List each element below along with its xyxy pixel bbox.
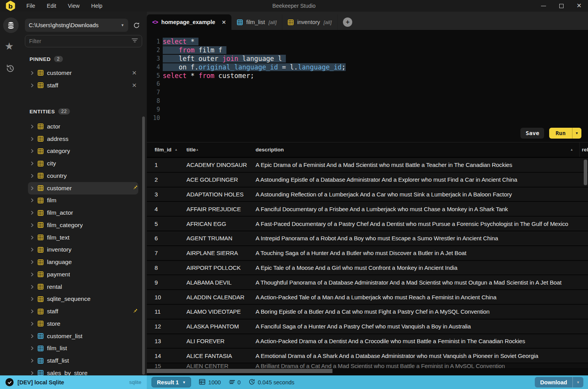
cell-film-id[interactable]: 10 <box>147 294 180 300</box>
cell-film-id[interactable]: 6 <box>147 235 180 241</box>
chevron-right-icon[interactable] <box>30 334 34 338</box>
cell-title[interactable]: AFFAIR PREJUDICE <box>180 206 252 212</box>
chevron-right-icon[interactable] <box>30 149 34 153</box>
cell-description[interactable]: A Astounding Reflection of a Lumberjack … <box>252 191 579 198</box>
cell-title[interactable]: AGENT TRUMAN <box>180 235 252 241</box>
table-row[interactable]: 13ALI FOREVERA Action-Packed Drama of a … <box>147 334 588 349</box>
sidebar-item-film_category[interactable]: film_category <box>28 219 138 231</box>
cell-film-id[interactable]: 13 <box>147 338 180 344</box>
minimize-button[interactable] <box>534 0 552 12</box>
sidebar-item-country[interactable]: country <box>28 170 138 182</box>
sidebar-item-sales_by_store[interactable]: sales_by_store <box>28 367 138 375</box>
sidebar-item-payment[interactable]: payment <box>28 268 138 281</box>
chevron-right-icon[interactable] <box>30 211 34 215</box>
table-row[interactable]: 15ALIEN CENTERA Brilliant Drama of a Cat… <box>147 363 588 368</box>
pin-icon[interactable] <box>132 308 138 315</box>
pin-icon[interactable] <box>132 184 138 192</box>
cell-description[interactable]: A Intrepid Panorama of a Robot And a Boy… <box>252 235 579 241</box>
cell-title[interactable]: ALAMO VIDEOTAPE <box>180 308 252 315</box>
sidebar-item-sqlite_sequence[interactable]: sqlite_sequence <box>28 293 138 306</box>
sidebar-item-film_text[interactable]: film_text <box>28 231 138 244</box>
run-button[interactable]: Run ▼ <box>549 128 581 139</box>
sidebar-item-customer[interactable]: customer✕ <box>28 67 138 79</box>
sidebar-item-customer[interactable]: customer <box>28 182 138 194</box>
unpin-close-icon[interactable]: ✕ <box>130 82 138 89</box>
cell-film-id[interactable]: 7 <box>147 250 180 256</box>
chevron-right-icon[interactable] <box>30 137 34 141</box>
maximize-button[interactable] <box>552 0 570 12</box>
menu-file[interactable]: File <box>22 1 40 10</box>
cell-title[interactable]: ALASKA PHANTOM <box>180 323 252 330</box>
sidebar-item-staff_list[interactable]: staff_list <box>28 354 138 367</box>
sidebar-item-film[interactable]: film <box>28 194 138 207</box>
cell-title[interactable]: ALADDIN CALENDAR <box>180 294 252 300</box>
cell-description[interactable]: A Action-Packed Tale of a Man And a Lumb… <box>252 294 579 300</box>
column-header-description[interactable]: description▲ <box>252 142 579 157</box>
cell-title[interactable]: ADAPTATION HOLES <box>180 191 252 198</box>
sidebar-item-customer_list[interactable]: customer_list <box>28 330 138 342</box>
results-horizontal-scrollbar[interactable] <box>147 369 332 373</box>
sidebar-item-staff[interactable]: staff✕ <box>28 79 138 92</box>
cell-title[interactable]: ACE GOLDFINGER <box>180 176 252 183</box>
table-row[interactable]: 1ACADEMY DINOSAURA Epic Drama of a Femin… <box>147 158 588 173</box>
tab-inventory[interactable]: inventory[all] <box>282 14 337 30</box>
cell-title[interactable]: ALABAMA DEVIL <box>180 279 252 286</box>
cell-title[interactable]: ALICE FANTASIA <box>180 353 252 359</box>
sql-editor[interactable]: 12345678910 select * from film f left ou… <box>147 30 588 142</box>
run-dropdown-caret[interactable]: ▼ <box>572 128 581 139</box>
new-tab-button[interactable]: + <box>343 17 352 27</box>
chevron-right-icon[interactable] <box>30 125 34 129</box>
chevron-right-icon[interactable] <box>30 248 34 252</box>
sidebar-item-actor[interactable]: actor <box>28 120 138 133</box>
table-row[interactable]: 3ADAPTATION HOLESA Astounding Reflection… <box>147 188 588 202</box>
cell-film-id[interactable]: 8 <box>147 264 180 271</box>
column-header-title[interactable]: title▲ <box>180 142 252 157</box>
chevron-right-icon[interactable] <box>30 260 34 264</box>
cell-film-id[interactable]: 12 <box>147 323 180 330</box>
table-row[interactable]: 12ALASKA PHANTOMA Fanciful Saga of a Hun… <box>147 320 588 334</box>
chevron-right-icon[interactable] <box>30 309 34 313</box>
cell-title[interactable]: AFRICAN EGG <box>180 221 252 227</box>
cell-description[interactable]: A Boring Epistle of a Butler And a Cat w… <box>252 308 579 315</box>
cell-description[interactable]: A Epic Tale of a Moose And a Girl who mu… <box>252 264 579 271</box>
table-row[interactable]: 14ALICE FANTASIAA Emotional Drama of a A… <box>147 349 588 363</box>
chevron-right-icon[interactable] <box>30 83 34 87</box>
chevron-right-icon[interactable] <box>30 174 34 178</box>
table-row[interactable]: 6AGENT TRUMANA Intrepid Panorama of a Ro… <box>147 231 588 246</box>
chevron-right-icon[interactable] <box>30 273 34 276</box>
cell-film-id[interactable]: 2 <box>147 176 180 183</box>
tab-film_list[interactable]: film_list[all] <box>231 14 282 30</box>
cell-film-id[interactable]: 9 <box>147 279 180 286</box>
chevron-right-icon[interactable] <box>30 71 34 75</box>
cell-description[interactable]: A Fast-Paced Documentary of a Pastry Che… <box>252 221 579 227</box>
table-row[interactable]: 2ACE GOLDFINGERA Astounding Epistle of a… <box>147 173 588 188</box>
save-button[interactable]: Save <box>520 128 544 139</box>
chevron-right-icon[interactable] <box>30 359 34 363</box>
sidebar-item-address[interactable]: address <box>28 133 138 145</box>
cell-film-id[interactable]: 1 <box>147 162 180 168</box>
close-tab-icon[interactable]: ✕ <box>222 19 226 25</box>
refresh-button[interactable] <box>130 19 142 31</box>
download-button[interactable]: Download ▼ <box>535 377 583 387</box>
menu-help[interactable]: Help <box>87 1 107 10</box>
chevron-right-icon[interactable] <box>30 346 34 350</box>
sidebar-item-inventory[interactable]: inventory <box>28 244 138 256</box>
filter-input[interactable] <box>29 38 132 44</box>
chevron-right-icon[interactable] <box>30 285 34 289</box>
table-row[interactable]: 11ALAMO VIDEOTAPEA Boring Epistle of a B… <box>147 305 588 320</box>
chevron-right-icon[interactable] <box>30 371 34 375</box>
chevron-right-icon[interactable] <box>30 162 34 165</box>
cell-description[interactable]: A Touching Saga of a Hunter And a Butler… <box>252 250 579 256</box>
connection-selector[interactable]: C:\Users\ghstng\Downloads ▼ <box>25 19 128 32</box>
cell-film-id[interactable]: 11 <box>147 308 180 315</box>
cell-title[interactable]: ACADEMY DINOSAUR <box>180 162 252 168</box>
close-button[interactable]: ✕ <box>570 0 588 12</box>
cell-title[interactable]: AIRPLANE SIERRA <box>180 250 252 256</box>
tab-homepage_example[interactable]: <>homepage_example✕ <box>147 14 231 30</box>
chevron-right-icon[interactable] <box>30 297 34 301</box>
table-row[interactable]: 8AIRPORT POLLOCKA Epic Tale of a Moose A… <box>147 261 588 276</box>
table-row[interactable]: 7AIRPLANE SIERRAA Touching Saga of a Hun… <box>147 246 588 261</box>
cell-description[interactable]: A Brilliant Drama of a Cat And a Mad Sci… <box>252 363 579 368</box>
cell-description[interactable]: A Fanciful Saga of a Hunter And a Pastry… <box>252 323 579 330</box>
cell-film-id[interactable]: 14 <box>147 353 180 359</box>
